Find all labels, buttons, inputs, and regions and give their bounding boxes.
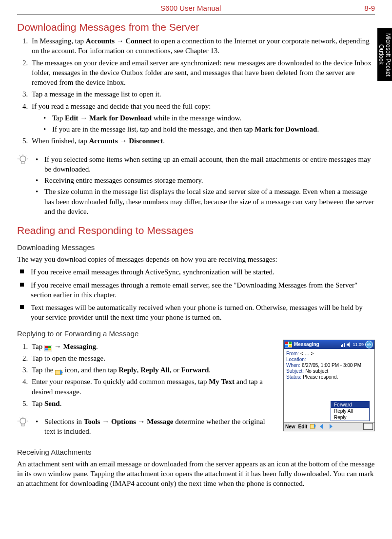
page-header: S600 User Manual 8-9 <box>17 0 375 14</box>
page-number: 8-9 <box>364 4 375 12</box>
signal-icon <box>341 342 346 347</box>
steps-list: Tap → Messaging. Tap to open the message… <box>17 342 277 409</box>
reply-toolbar-icon[interactable] <box>310 424 316 429</box>
context-menu: Forward Reply All Reply <box>331 401 370 421</box>
substep: If you are in the message list, tap and … <box>43 124 375 134</box>
step: If you read a message and decide that yo… <box>30 101 375 135</box>
keyboard-icon[interactable] <box>363 423 373 430</box>
step: The messages on your device and email se… <box>30 58 375 88</box>
new-button[interactable]: New <box>285 424 295 429</box>
substep: Tap Edit → Mark for Download while in th… <box>43 113 375 123</box>
lightbulb-icon <box>17 154 31 166</box>
svg-marker-32 <box>330 424 333 429</box>
label: Location: <box>286 357 306 362</box>
step: Tap → Messaging. <box>30 342 277 351</box>
svg-rect-22 <box>289 342 292 344</box>
svg-line-4 <box>20 155 20 156</box>
edit-button[interactable]: Edit <box>298 424 308 429</box>
label: Status: <box>286 374 301 380</box>
subsection-heading: Receiving Attachments <box>17 448 375 456</box>
ok-button[interactable]: ok <box>365 341 373 348</box>
device-bottombar: New Edit <box>284 422 374 431</box>
svg-rect-21 <box>285 342 288 344</box>
svg-line-18 <box>26 418 27 419</box>
value: 6/27/05, 1:00 PM - 3:00 PM <box>302 363 361 368</box>
svg-line-5 <box>26 155 27 156</box>
substeps: Tap Edit → Mark for Download while in th… <box>32 113 375 135</box>
step: Tap the icon, and then tap Reply, Reply … <box>30 365 277 375</box>
header-rule <box>17 14 375 15</box>
side-tab: Microsoft Pocket Outlook <box>377 28 392 81</box>
note-item: The size column in the message list disp… <box>36 187 375 216</box>
reply-icon <box>55 368 63 374</box>
svg-rect-23 <box>285 345 288 347</box>
device-status-icons: 11:09 <box>341 342 364 347</box>
step: Tap a message in the message list to ope… <box>30 89 375 99</box>
menu-item-reply-all[interactable]: Reply All <box>331 408 369 414</box>
svg-marker-28 <box>347 342 350 347</box>
device-body: From:< … > Location: When:6/27/05, 1:00 … <box>284 349 374 422</box>
lightbulb-icon <box>17 416 31 428</box>
section-heading: Reading and Responding to Messages <box>17 225 375 236</box>
svg-rect-26 <box>342 344 343 347</box>
list-item: Text messages will be automatically rece… <box>20 303 375 323</box>
step: In Messaging, tap Accounts → Connect to … <box>30 36 375 56</box>
steps-list: In Messaging, tap Accounts → Connect to … <box>17 36 375 146</box>
label: When: <box>286 363 300 368</box>
square-list: If you receive email messages through Ac… <box>17 267 375 322</box>
svg-rect-11 <box>48 348 51 350</box>
device-screenshot: Messaging 11:09 ok From:< … > Location: … <box>283 340 375 431</box>
note-block: If you selected some items when setting … <box>17 153 375 218</box>
step: Tap to open the message. <box>30 353 277 363</box>
svg-point-13 <box>20 418 26 424</box>
svg-rect-25 <box>341 345 342 347</box>
step: Enter your response. To quickly add comm… <box>30 377 277 397</box>
subsection-heading: Replying to or Forwarding a Message <box>17 329 375 338</box>
start-icon <box>285 342 292 347</box>
device-app-title: Messaging <box>294 342 341 347</box>
svg-rect-24 <box>289 345 292 347</box>
start-icon <box>44 344 52 350</box>
body-text: An attachment sent with an email message… <box>17 459 375 489</box>
step: Tap Send. <box>30 399 277 408</box>
list-item: If you receive email messages through a … <box>20 280 375 300</box>
note-item: If you selected some items when setting … <box>36 154 375 174</box>
svg-rect-9 <box>48 346 51 348</box>
menu-item-forward[interactable]: Forward <box>331 402 369 408</box>
value: < … > <box>300 351 314 356</box>
nav-left-icon[interactable] <box>319 424 325 429</box>
nav-right-icon[interactable] <box>328 424 333 429</box>
svg-rect-8 <box>45 346 48 348</box>
note-item: Selections in Tools → Options → Message … <box>36 417 277 437</box>
svg-rect-10 <box>45 348 48 350</box>
value: No subject <box>305 368 328 374</box>
body-text: The way you download copies of messages … <box>17 254 375 264</box>
label: From: <box>286 351 299 356</box>
section-heading: Downloading Messages from the Server <box>17 21 375 33</box>
note-item: Receiving entire messages consumes stora… <box>36 175 375 185</box>
svg-rect-27 <box>344 343 345 347</box>
label: Subject: <box>286 368 304 374</box>
svg-point-0 <box>20 156 26 162</box>
manual-title: S600 User Manual <box>160 4 221 12</box>
menu-item-reply[interactable]: Reply <box>331 414 369 421</box>
svg-line-17 <box>20 418 20 419</box>
device-clock: 11:09 <box>353 342 364 347</box>
note-block: Selections in Tools → Options → Message … <box>17 415 277 438</box>
value: Please respond. <box>303 374 338 380</box>
step: When finished, tap Accounts → Disconnect… <box>30 136 375 146</box>
speaker-icon <box>347 342 352 347</box>
note-list: Selections in Tools → Options → Message … <box>31 415 277 438</box>
device-titlebar: Messaging 11:09 ok <box>284 340 374 349</box>
list-item: If you receive email messages through Ac… <box>20 267 375 277</box>
subsection-heading: Downloading Messages <box>17 243 375 251</box>
note-list: If you selected some items when setting … <box>31 153 375 218</box>
svg-marker-31 <box>320 424 323 429</box>
